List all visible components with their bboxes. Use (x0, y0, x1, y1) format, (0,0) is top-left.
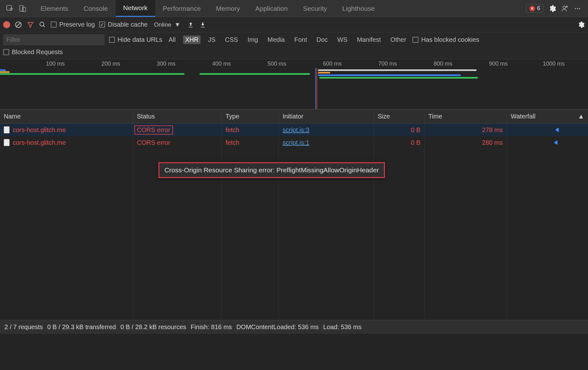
settings-gear-icon[interactable] (548, 4, 556, 13)
clear-icon[interactable] (15, 21, 22, 29)
record-button[interactable] (3, 21, 10, 28)
document-icon (4, 139, 10, 146)
chevron-down-icon: ▼ (175, 21, 181, 28)
tab-application[interactable]: Application (248, 0, 296, 17)
timeline-tick: 700 ms (378, 61, 397, 67)
request-status: CORS error (133, 136, 222, 149)
filter-funnel-icon[interactable] (27, 21, 34, 29)
svg-point-5 (575, 8, 576, 9)
network-toolbar: Preserve log Disable cache Online ▼ (0, 17, 588, 32)
settings-gear-icon[interactable] (577, 21, 585, 29)
type-filter-manifest[interactable]: Manifest (355, 35, 383, 44)
preserve-log-checkbox[interactable]: Preserve log (51, 21, 95, 28)
request-time: 278 ms (425, 124, 507, 136)
type-filter-js[interactable]: JS (206, 35, 217, 44)
type-filter-ws[interactable]: WS (336, 35, 349, 44)
download-har-icon[interactable] (199, 21, 207, 29)
footer-resources: 0 B / 28.2 kB resources (120, 323, 186, 331)
blocked-requests-row: Blocked Requests (0, 47, 588, 59)
request-time: 280 ms (425, 136, 507, 149)
blocked-requests-label: Blocked Requests (12, 48, 63, 56)
throttling-select[interactable]: Online ▼ (154, 21, 181, 28)
tab-console[interactable]: Console (76, 0, 116, 17)
footer-dom: DOMContentLoaded: 536 ms (236, 323, 319, 331)
footer-transferred: 0 B / 29.3 kB transferred (47, 323, 116, 331)
tab-performance[interactable]: Performance (155, 0, 208, 17)
account-icon[interactable] (561, 4, 569, 13)
request-initiator[interactable]: script.js:3 (279, 124, 374, 136)
cors-error-tooltip: Cross-Origin Resource Sharing error: Pre… (158, 162, 385, 178)
timeline-overview[interactable]: 100 ms200 ms300 ms400 ms500 ms600 ms700 … (0, 59, 588, 109)
request-initiator[interactable]: script.js:1 (279, 136, 374, 149)
footer-finish: Finish: 816 ms (191, 323, 232, 331)
footer-load: Load: 536 ms (323, 323, 361, 331)
footer-requests: 2 / 7 requests (4, 323, 43, 331)
type-filter-xhr[interactable]: XHR (183, 35, 200, 44)
type-filter-css[interactable]: CSS (223, 35, 240, 44)
has-blocked-cookies-checkbox[interactable]: Has blocked cookies (412, 36, 479, 43)
timeline-tick: 400 ms (212, 61, 231, 67)
col-type[interactable]: Type (222, 110, 279, 123)
error-count-badge[interactable]: ✕ 6 (526, 4, 544, 13)
table-row[interactable]: cors-host.glitch.meCORS errorfetchscript… (0, 124, 588, 136)
upload-har-icon[interactable] (187, 21, 195, 29)
col-initiator[interactable]: Initiator (279, 110, 374, 123)
svg-line-11 (43, 25, 45, 27)
request-size: 0 B (374, 124, 425, 136)
svg-point-7 (579, 8, 580, 9)
filter-input[interactable] (3, 34, 105, 45)
col-size[interactable]: Size (374, 110, 425, 123)
sort-asc-icon: ▲ (578, 113, 584, 120)
svg-point-10 (40, 22, 44, 26)
type-filter-media[interactable]: Media (265, 35, 286, 44)
error-count: 6 (537, 5, 540, 12)
timeline-tick: 1000 ms (543, 61, 565, 67)
throttling-value: Online (154, 21, 171, 28)
timeline-tick: 500 ms (267, 61, 286, 67)
timeline-tick: 600 ms (323, 61, 342, 67)
svg-point-6 (577, 8, 578, 9)
type-filter-other[interactable]: Other (388, 35, 408, 44)
panel-tabs: ElementsConsoleNetworkPerformanceMemoryA… (33, 0, 382, 17)
tab-lighthouse[interactable]: Lighthouse (335, 0, 382, 17)
request-name: cors-host.glitch.me (13, 139, 66, 146)
request-size: 0 B (374, 136, 425, 149)
timeline-tick: 200 ms (101, 61, 120, 67)
col-waterfall[interactable]: Waterfall▲ (507, 110, 588, 123)
request-waterfall (507, 136, 588, 149)
col-status[interactable]: Status (133, 110, 222, 123)
tab-elements[interactable]: Elements (33, 0, 76, 17)
request-type: fetch (222, 124, 279, 136)
svg-point-3 (563, 6, 566, 9)
inspect-element-icon[interactable] (6, 4, 14, 13)
type-filter-doc[interactable]: Doc (315, 35, 330, 44)
request-name: cors-host.glitch.me (13, 126, 66, 134)
type-filter-font[interactable]: Font (292, 35, 309, 44)
tab-network[interactable]: Network (116, 0, 155, 17)
type-filter-group: AllXHRJSCSSImgMediaFontDocWSManifestOthe… (167, 35, 408, 44)
type-filter-all[interactable]: All (167, 35, 177, 44)
document-icon (4, 126, 10, 133)
blocked-requests-checkbox[interactable]: Blocked Requests (3, 48, 63, 56)
devtools-tab-bar: ElementsConsoleNetworkPerformanceMemoryA… (0, 0, 588, 17)
tab-memory[interactable]: Memory (208, 0, 248, 17)
timeline-tick: 100 ms (46, 61, 65, 67)
tab-security[interactable]: Security (295, 0, 335, 17)
disable-cache-label: Disable cache (108, 21, 148, 28)
table-header: Name Status Type Initiator Size Time Wat… (0, 109, 588, 124)
col-name[interactable]: Name (0, 110, 133, 123)
svg-point-4 (566, 6, 567, 7)
hide-data-urls-checkbox[interactable]: Hide data URLs (109, 36, 162, 43)
more-menu-icon[interactable] (573, 4, 582, 13)
table-row[interactable]: cors-host.glitch.meCORS errorfetchscript… (0, 136, 588, 149)
request-waterfall (507, 124, 588, 136)
disable-cache-checkbox[interactable]: Disable cache (99, 21, 148, 28)
search-icon[interactable] (39, 21, 46, 29)
timeline-tick: 900 ms (489, 61, 508, 67)
has-blocked-cookies-label: Has blocked cookies (421, 36, 479, 43)
col-time[interactable]: Time (425, 110, 507, 123)
device-toolbar-icon[interactable] (18, 4, 27, 13)
filter-bar: Hide data URLs AllXHRJSCSSImgMediaFontDo… (0, 32, 588, 47)
type-filter-img[interactable]: Img (246, 35, 260, 44)
timeline-tick: 300 ms (157, 61, 176, 67)
